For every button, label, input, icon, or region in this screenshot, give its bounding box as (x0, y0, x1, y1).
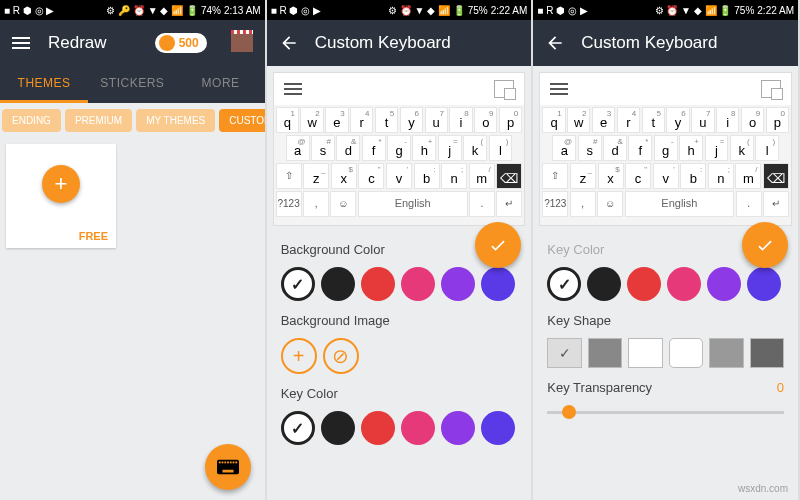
chip-trending[interactable]: ENDING (2, 109, 61, 132)
keyboard-menu-icon[interactable] (550, 80, 568, 98)
shop-icon[interactable] (231, 34, 253, 52)
period-key[interactable]: . (736, 191, 762, 217)
transparency-slider[interactable] (547, 411, 784, 414)
key[interactable]: s# (311, 135, 335, 161)
color-swatch[interactable] (707, 267, 741, 301)
translate-icon[interactable] (494, 80, 514, 98)
key[interactable]: b: (414, 163, 440, 189)
key[interactable]: y6 (400, 107, 423, 133)
key[interactable]: i8 (716, 107, 739, 133)
comma-key[interactable]: , (303, 191, 329, 217)
key[interactable]: c" (358, 163, 384, 189)
key[interactable]: v' (386, 163, 412, 189)
key[interactable]: w2 (567, 107, 590, 133)
key[interactable]: c" (625, 163, 651, 189)
color-swatch[interactable] (441, 411, 475, 445)
emoji-key[interactable]: ☺ (597, 191, 623, 217)
backspace-key[interactable]: ⌫ (763, 163, 789, 189)
chip-premium[interactable]: PREMIUM (65, 109, 132, 132)
key[interactable]: g- (387, 135, 411, 161)
shift-key[interactable]: ⇧ (542, 163, 568, 189)
color-swatch[interactable] (361, 411, 395, 445)
menu-icon[interactable] (12, 33, 32, 53)
chip-custom-themes[interactable]: CUSTOM THEMES (219, 109, 264, 132)
key[interactable]: s# (578, 135, 602, 161)
color-swatch[interactable] (627, 267, 661, 301)
key[interactable]: f* (362, 135, 386, 161)
color-swatch[interactable] (481, 411, 515, 445)
no-image-button[interactable]: ⊘ (323, 338, 359, 374)
tab-themes[interactable]: THEMES (0, 66, 88, 103)
color-swatch-selected[interactable] (281, 411, 315, 445)
shape-option[interactable] (547, 338, 581, 368)
back-icon[interactable] (279, 33, 299, 53)
key[interactable]: n; (441, 163, 467, 189)
key[interactable]: m/ (469, 163, 495, 189)
key[interactable]: e3 (325, 107, 348, 133)
period-key[interactable]: . (469, 191, 495, 217)
emoji-key[interactable]: ☺ (330, 191, 356, 217)
key[interactable]: j= (705, 135, 729, 161)
key[interactable]: w2 (300, 107, 323, 133)
key[interactable]: u7 (425, 107, 448, 133)
enter-key[interactable]: ↵ (496, 191, 522, 217)
key[interactable]: o9 (741, 107, 764, 133)
space-key[interactable]: English (358, 191, 468, 217)
shape-option[interactable] (669, 338, 703, 368)
confirm-fab[interactable] (742, 222, 788, 268)
key[interactable]: q1 (276, 107, 299, 133)
color-swatch[interactable] (401, 267, 435, 301)
color-swatch[interactable] (321, 411, 355, 445)
add-image-button[interactable]: + (281, 338, 317, 374)
theme-card-new[interactable]: + FREE (6, 144, 116, 248)
tab-more[interactable]: MORE (176, 66, 264, 103)
key[interactable]: l) (755, 135, 779, 161)
key[interactable]: l) (489, 135, 513, 161)
key[interactable]: x$ (598, 163, 624, 189)
key[interactable]: d& (336, 135, 360, 161)
shape-option[interactable] (709, 338, 743, 368)
symbols-key[interactable]: ?123 (276, 191, 302, 217)
key[interactable]: u7 (691, 107, 714, 133)
key[interactable]: r4 (617, 107, 640, 133)
color-swatch-selected[interactable] (281, 267, 315, 301)
key[interactable]: j= (438, 135, 462, 161)
keyboard-menu-icon[interactable] (284, 80, 302, 98)
key[interactable]: p0 (766, 107, 789, 133)
key[interactable]: b: (680, 163, 706, 189)
backspace-key[interactable]: ⌫ (496, 163, 522, 189)
chip-my-themes[interactable]: MY THEMES (136, 109, 215, 132)
key[interactable]: f* (628, 135, 652, 161)
enter-key[interactable]: ↵ (763, 191, 789, 217)
key[interactable]: h+ (412, 135, 436, 161)
slider-knob[interactable] (562, 405, 576, 419)
key[interactable]: o9 (474, 107, 497, 133)
space-key[interactable]: English (625, 191, 735, 217)
color-swatch[interactable] (481, 267, 515, 301)
key[interactable]: i8 (449, 107, 472, 133)
key[interactable]: a@ (286, 135, 310, 161)
comma-key[interactable]: , (570, 191, 596, 217)
color-swatch-selected[interactable] (547, 267, 581, 301)
add-theme-icon[interactable]: + (42, 165, 80, 203)
key[interactable]: z_ (570, 163, 596, 189)
color-swatch[interactable] (747, 267, 781, 301)
key[interactable]: r4 (350, 107, 373, 133)
color-swatch[interactable] (441, 267, 475, 301)
key[interactable]: v' (653, 163, 679, 189)
symbols-key[interactable]: ?123 (542, 191, 568, 217)
key[interactable]: k( (730, 135, 754, 161)
key[interactable]: t5 (375, 107, 398, 133)
key[interactable]: d& (603, 135, 627, 161)
key[interactable]: e3 (592, 107, 615, 133)
key[interactable]: t5 (642, 107, 665, 133)
key[interactable]: a@ (552, 135, 576, 161)
back-icon[interactable] (545, 33, 565, 53)
color-swatch[interactable] (401, 411, 435, 445)
key[interactable]: z_ (303, 163, 329, 189)
shift-key[interactable]: ⇧ (276, 163, 302, 189)
shape-option[interactable] (588, 338, 622, 368)
color-swatch[interactable] (361, 267, 395, 301)
key[interactable]: k( (463, 135, 487, 161)
tab-stickers[interactable]: STICKERS (88, 66, 176, 103)
